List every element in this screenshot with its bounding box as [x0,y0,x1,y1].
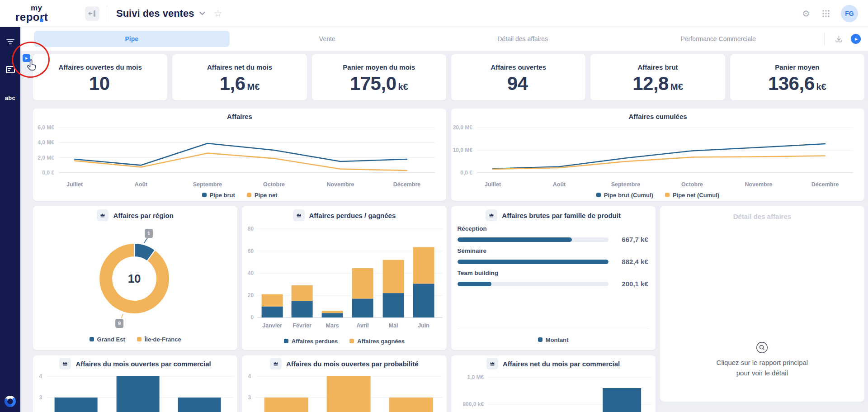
download-icon[interactable] [831,31,846,47]
svg-text:4: 4 [39,373,42,379]
play-icon: ▶ [855,37,858,41]
chart-affaires-cumulees[interactable]: Affaires cumulées 20,0 M€10,0 M€0,0 €Jui… [451,109,864,201]
detail-panel-title: Détail des affaires [733,213,791,220]
filter-icon[interactable] [4,35,17,48]
kpi-label: Affaires ouvertes du mois [33,63,167,71]
avatar[interactable]: FG [841,5,858,22]
legend-item[interactable]: Montant [538,336,569,343]
chart-affaires-net-par-commercial[interactable]: Affaires net du mois par commercial 1,0 … [451,355,656,412]
tabbar-divider [824,33,825,45]
chevron-down-icon[interactable] [199,11,205,15]
chart-affaires-brutes-par-famille[interactable]: Affaires brutes par famille de produit R… [451,206,656,350]
svg-text:20: 20 [248,292,254,298]
kpi-label: Affaires ouvertes [451,63,585,71]
abc-label-icon[interactable]: abc [4,91,17,104]
chart-legend: Grand EstÎle-de-France [33,328,237,350]
apps-grid-icon[interactable] [822,9,830,18]
header-divider [107,5,107,22]
chart-title: Affaires net du mois par commercial [503,360,620,368]
kpi-row: Affaires ouvertes du mois 10 Affaires ne… [33,54,864,100]
svg-text:Juillet: Juillet [485,181,501,188]
legend-item[interactable]: Pipe net [247,192,278,199]
kpi-value: 10 [89,73,110,95]
line-chart-plot[interactable]: 20,0 M€10,0 M€0,0 €JuilletAoûtSeptembreO… [451,122,864,189]
svg-text:800,0 k€: 800,0 k€ [462,401,484,407]
legend-item[interactable]: Pipe brut [202,192,235,199]
crown-icon [293,209,305,221]
tab-vente[interactable]: Vente [230,31,425,47]
hand-cursor-icon [26,59,38,71]
donut-chart-plot[interactable]: 1019 [33,224,237,328]
kpi-unit: k€ [398,82,408,92]
logo-blue-dot [40,19,43,22]
tab-detail-des-affaires[interactable]: Détail des affaires [425,31,621,47]
collapse-arrow-icon [88,9,97,18]
chart-affaires-mois-par-probabilite[interactable]: Affaires du mois ouvertes par probabilit… [242,355,446,412]
settings-gear-icon[interactable]: ⚙ [802,8,810,19]
run-report-play-button[interactable]: ▶ [851,34,861,44]
bar-chart-plot[interactable]: 43 [242,372,446,412]
hbar-chart-body[interactable]: Réception667,7 k€Séminaire882,4 k€Team b… [451,224,656,292]
tab-performance-commerciale[interactable]: Performance Commerciale [621,31,816,47]
kpi-label: Panier moyen du mois [312,63,446,71]
svg-text:0: 0 [251,314,254,321]
svg-text:20,0 M€: 20,0 M€ [453,124,473,131]
kpi-card: Affaires ouvertes du mois 10 [33,54,167,100]
line-chart-plot[interactable]: 6,0 M€4,0 M€2,0 M€0,0 €JuilletAoûtSeptem… [33,122,446,189]
kpi-card: Affaires ouvertes 94 [451,54,585,100]
dashboard-content: Affaires ouvertes du mois 10 Affaires ne… [20,51,868,412]
chart-title: Affaires cumulées [451,113,864,122]
svg-text:80: 80 [248,226,254,232]
legend-item[interactable]: Grand Est [90,336,125,343]
svg-text:10: 10 [128,272,141,285]
detail-panel[interactable]: Détail des affaires Cliquez sur le rappo… [660,206,864,402]
svg-text:Septembre: Septembre [611,181,641,188]
chart-title: Affaires du mois ouvertes par commercial [75,360,211,368]
kpi-value: 12,8 [632,73,669,95]
hbar-row[interactable]: Team building200,1 k€ [458,270,648,288]
detail-message-line1: Cliquez sur le rapport principal [717,357,808,368]
legend-item[interactable]: Affaires gagnées [349,338,405,345]
svg-text:Octobre: Octobre [263,181,285,188]
hbar-row[interactable]: Séminaire882,4 k€ [458,247,648,265]
svg-text:Avril: Avril [357,322,369,329]
chart-affaires-perdues-gagnees[interactable]: Affaires perdues / gagnées 806040200Janv… [242,206,446,350]
favorite-star-icon[interactable]: ☆ [213,9,222,18]
bar-chart-plot[interactable]: 1,0 M€800,0 k€ [451,372,656,412]
legend-item[interactable]: Affaires perdues [284,338,338,345]
stacked-bar-chart-plot[interactable]: 806040200JanvierFévrierMarsAvrilMaiJuin [242,224,446,332]
kpi-label: Affaires brut [590,63,725,71]
chart-legend: Montant [451,329,656,350]
kpi-unit: M€ [247,82,260,92]
header: my report Suivi des ventes ☆ ⚙ FG [0,0,868,27]
svg-text:Septembre: Septembre [193,181,222,188]
hbar-row[interactable]: Réception667,7 k€ [458,225,648,243]
detail-panel-message: Cliquez sur le rapport principal pour vo… [717,341,808,402]
chart-affaires[interactable]: Affaires 6,0 M€4,0 M€2,0 M€0,0 €JuilletA… [33,109,446,201]
chart-legend: Pipe brut (Cumul)Pipe net (Cumul) [451,189,864,201]
chart-affaires-par-region[interactable]: Affaires par région 1019 Grand EstÎle-de… [33,206,237,350]
spinner-logo-icon [4,395,17,407]
chart-title: Affaires [33,113,446,122]
crown-icon [486,209,497,221]
line-charts-row: Affaires 6,0 M€4,0 M€2,0 M€0,0 €JuilletA… [33,109,864,201]
collapse-sidebar-button[interactable] [85,6,99,21]
kpi-value: 136,6 [768,73,815,95]
legend-item[interactable]: Pipe brut (Cumul) [596,192,653,199]
legend-item[interactable]: Pipe net (Cumul) [665,192,719,199]
svg-text:Décembre: Décembre [393,181,420,188]
chart-affaires-mois-par-commercial[interactable]: Affaires du mois ouvertes par commercial… [33,355,237,412]
main-area: Pipe Vente Détail des affaires Performan… [20,27,868,412]
svg-text:6,0 M€: 6,0 M€ [38,124,54,131]
charts-grid: Affaires par région 1019 Grand EstÎle-de… [33,206,864,412]
legend-item[interactable]: Île-de-France [137,336,181,343]
svg-text:60: 60 [248,248,254,254]
svg-text:Février: Février [293,322,312,329]
svg-text:3: 3 [39,394,42,401]
svg-text:Décembre: Décembre [811,181,839,188]
svg-text:9: 9 [118,321,121,326]
tab-pipe[interactable]: Pipe [34,31,230,47]
svg-text:0,0 €: 0,0 € [42,170,54,176]
kpi-unit: M€ [670,82,683,92]
bar-chart-plot[interactable]: 43 [33,372,237,412]
